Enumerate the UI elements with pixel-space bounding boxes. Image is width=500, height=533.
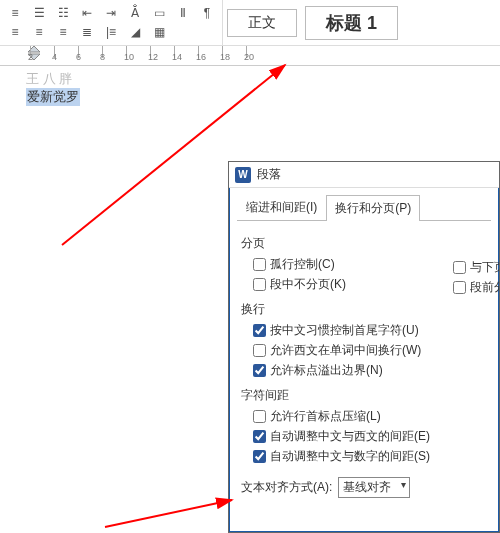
border-char-icon[interactable]: ▭ — [150, 4, 168, 22]
dialog-body: 分页 孤行控制(C) 与下页 段中不分页(K) 段前分 换行 — [229, 221, 499, 498]
row-compress: 允许行首标点压缩(L) — [253, 408, 487, 425]
row-cjklatin: 自动调整中文与西文的间距(E) — [253, 428, 487, 445]
lbl-hangpunct: 允许标点溢出边界(N) — [270, 362, 383, 379]
horizontal-ruler[interactable]: 2468101214161820 — [0, 46, 500, 66]
align-center-icon[interactable]: ≡ — [30, 23, 48, 41]
style-heading1[interactable]: 标题 1 — [305, 6, 398, 40]
dialog-tabs: 缩进和间距(I) 换行和分页(P) — [237, 194, 491, 221]
lbl-cjknum: 自动调整中文与数字的间距(S) — [270, 448, 430, 465]
align-right-icon[interactable]: ≡ — [54, 23, 72, 41]
lbl-cjk: 按中文习惯控制首尾字符(U) — [270, 322, 419, 339]
bullets-icon[interactable]: ≡ — [6, 4, 24, 22]
tab-indent-spacing[interactable]: 缩进和间距(I) — [237, 194, 326, 220]
row-keeplines: 段中不分页(K) — [253, 276, 487, 293]
cb-latin-word-wrap[interactable] — [253, 344, 266, 357]
lbl-text-align: 文本对齐方式(A): — [241, 479, 332, 496]
ribbon-toolbar: ≡ ☰ ☷ ⇤ ⇥ A̐ ▭ Ⅱ ¶ ≡ ≡ ≡ ≣ |≡ ◢ ▦ 正文 标题 … — [0, 0, 500, 46]
dialog-titlebar[interactable]: W 段落 — [229, 162, 499, 188]
lbl-keeplines: 段中不分页(K) — [270, 276, 346, 293]
row-text-alignment: 文本对齐方式(A): 基线对齐 — [241, 477, 487, 498]
numbering-icon[interactable]: ☰ — [30, 4, 48, 22]
style-normal[interactable]: 正文 — [227, 9, 297, 37]
doc-line-1: 王 八 胖 — [26, 70, 474, 88]
tabstop-icon[interactable]: Ⅱ — [174, 4, 192, 22]
row-cjknum: 自动调整中文与数字的间距(S) — [253, 448, 487, 465]
svg-line-3 — [105, 500, 232, 527]
row-withnext: 与下页 — [453, 259, 500, 276]
word-app-icon: W — [235, 167, 251, 183]
align-justify-icon[interactable]: ≣ — [78, 23, 96, 41]
row-hangpunct: 允许标点溢出边界(N) — [253, 362, 487, 379]
ruler-tick: 6 — [78, 46, 79, 58]
ruler-tick: 16 — [198, 46, 199, 58]
document-area[interactable]: 王 八 胖 爱新觉罗 — [0, 66, 500, 110]
row-orphan: 孤行控制(C) — [253, 256, 487, 273]
styles-gallery: 正文 标题 1 — [223, 0, 402, 45]
indent-left-icon[interactable]: ⇤ — [78, 4, 96, 22]
showmarks-icon[interactable]: ¶ — [198, 4, 216, 22]
cb-keep-with-next[interactable] — [453, 261, 466, 274]
lbl-cjklatin: 自动调整中文与西文的间距(E) — [270, 428, 430, 445]
ruler-tick: 8 — [102, 46, 103, 58]
ruler-tick: 12 — [150, 46, 151, 58]
tab-line-page-breaks[interactable]: 换行和分页(P) — [326, 195, 420, 221]
cb-adjust-cjk-number[interactable] — [253, 450, 266, 463]
ruler-tick: 18 — [222, 46, 223, 58]
ruler-tick: 14 — [174, 46, 175, 58]
row-cjk: 按中文习惯控制首尾字符(U) — [253, 322, 487, 339]
dialog-title: 段落 — [257, 166, 281, 183]
lbl-orphan: 孤行控制(C) — [270, 256, 335, 273]
section-linebreak: 换行 — [241, 301, 487, 318]
cb-cjk-line-rules[interactable] — [253, 324, 266, 337]
doc-selected-text: 爱新觉罗 — [26, 88, 80, 106]
ruler-tick: 4 — [54, 46, 55, 58]
ruler-tick: 20 — [246, 46, 247, 58]
cb-orphan-control[interactable] — [253, 258, 266, 271]
cb-hanging-punctuation[interactable] — [253, 364, 266, 377]
borders-icon[interactable]: ▦ — [150, 23, 168, 41]
paragraph-group: ≡ ☰ ☷ ⇤ ⇥ A̐ ▭ Ⅱ ¶ ≡ ≡ ≡ ≣ |≡ ◢ ▦ — [0, 0, 223, 45]
shading-icon[interactable]: ◢ — [126, 23, 144, 41]
lbl-pagebreak: 段前分 — [470, 279, 500, 296]
ruler-tick: 10 — [126, 46, 127, 58]
ruler-tick: 2 — [30, 46, 31, 58]
indent-right-icon[interactable]: ⇥ — [102, 4, 120, 22]
row-latinwrap: 允许西文在单词中间换行(W) — [253, 342, 487, 359]
row-pagebreak: 段前分 — [453, 279, 500, 296]
lbl-latinwrap: 允许西文在单词中间换行(W) — [270, 342, 421, 359]
cb-adjust-cjk-latin[interactable] — [253, 430, 266, 443]
align-left-icon[interactable]: ≡ — [6, 23, 24, 41]
paragraph-dialog: W 段落 缩进和间距(I) 换行和分页(P) 分页 孤行控制(C) 与下页 段中… — [228, 161, 500, 533]
ruby-icon[interactable]: A̐ — [126, 4, 144, 22]
cb-keep-lines-together[interactable] — [253, 278, 266, 291]
combo-text-alignment[interactable]: 基线对齐 — [338, 477, 410, 498]
cb-page-break-before[interactable] — [453, 281, 466, 294]
lbl-withnext: 与下页 — [470, 259, 500, 276]
cb-compress-punctuation[interactable] — [253, 410, 266, 423]
section-char-spacing: 字符间距 — [241, 387, 487, 404]
multilevel-icon[interactable]: ☷ — [54, 4, 72, 22]
section-pagination: 分页 — [241, 235, 487, 252]
linespacing-icon[interactable]: |≡ — [102, 23, 120, 41]
lbl-compress: 允许行首标点压缩(L) — [270, 408, 381, 425]
